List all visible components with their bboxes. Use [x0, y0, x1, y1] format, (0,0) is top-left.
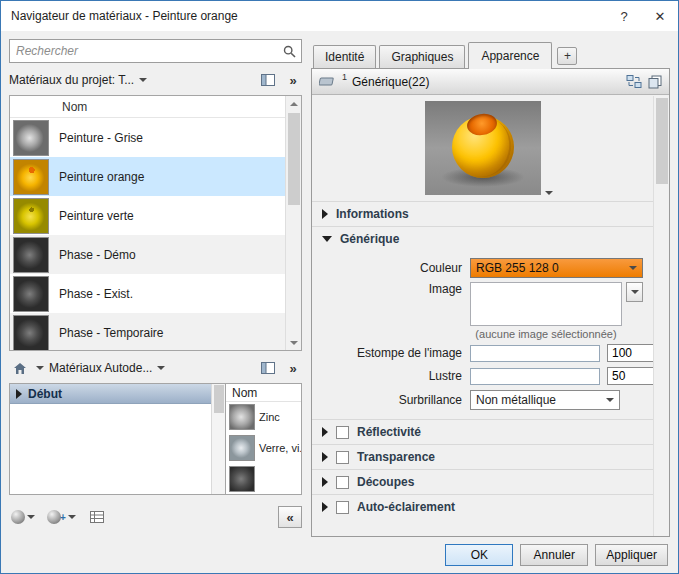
material-thumbnail-icon	[13, 159, 49, 195]
library-material-list: Nom Zinc Verre, vi...	[225, 384, 301, 494]
scroll-up-icon[interactable]	[286, 96, 301, 111]
scrollbar-thumb[interactable]	[214, 385, 224, 413]
scrollbar-thumb[interactable]	[656, 98, 668, 184]
add-tab-button[interactable]: +	[557, 47, 577, 65]
material-sphere-icon	[47, 510, 61, 524]
tree-scrollbar[interactable]	[211, 384, 225, 494]
ok-button[interactable]: OK	[445, 544, 513, 566]
project-materials-dropdown[interactable]: Matériaux du projet: T...	[9, 73, 134, 87]
replace-asset-icon[interactable]	[626, 74, 642, 89]
surbrillance-value: Non métallique	[476, 393, 602, 407]
chevron-down-icon[interactable]	[157, 366, 165, 370]
section-informations[interactable]: Informations	[312, 201, 653, 226]
chevron-down-icon[interactable]	[139, 78, 147, 82]
panel-view-toggle-button[interactable]	[257, 70, 279, 90]
add-material-button[interactable]: +	[45, 508, 78, 526]
material-row-selected[interactable]: Peinture orange	[10, 157, 285, 196]
tab-apparence[interactable]: Apparence	[468, 42, 552, 69]
panel-view-toggle-button[interactable]	[257, 358, 279, 378]
plus-icon: +	[60, 512, 66, 523]
collapse-panel-button[interactable]: «	[278, 506, 302, 528]
material-row[interactable]: Peinture verte	[10, 196, 285, 235]
editor-pane: Identité Graphiques Apparence + 1 Généri…	[311, 41, 670, 537]
reflectivite-checkbox[interactable]	[336, 426, 349, 439]
material-row[interactable]: Phase - Démo	[10, 235, 285, 274]
material-thumbnail-icon	[13, 315, 49, 351]
apply-button[interactable]: Appliquer	[595, 544, 668, 566]
asset-header-bar: 1 Générique(22)	[312, 69, 669, 95]
material-row[interactable]: Peinture - Grise	[10, 118, 285, 157]
appearance-scrollbar[interactable]	[653, 96, 669, 536]
expand-arrow-icon[interactable]	[322, 452, 328, 462]
cancel-button[interactable]: Annuler	[520, 544, 588, 566]
couleur-swatch-button[interactable]: RGB 255 128 0	[470, 258, 643, 278]
chevron-down-icon[interactable]	[629, 266, 637, 270]
home-icon	[13, 362, 27, 375]
estompe-slider[interactable]	[470, 345, 600, 362]
chevron-down-icon[interactable]	[36, 366, 44, 370]
dialog-footer: OK Annuler Appliquer	[1, 537, 678, 573]
browser-pane: Matériaux du projet: T... » Nom Peinture…	[9, 39, 302, 537]
scrollbar-thumb[interactable]	[288, 113, 300, 205]
material-list-scrollbar[interactable]	[285, 96, 301, 350]
expand-panel-button[interactable]: »	[284, 70, 302, 90]
help-button[interactable]: ?	[606, 1, 642, 31]
expand-arrow-icon[interactable]	[322, 477, 328, 487]
section-decoupes[interactable]: Découpes	[312, 469, 653, 494]
library-material-row[interactable]: Verre, vi...	[226, 433, 301, 464]
auto-eclairement-checkbox[interactable]	[336, 501, 349, 514]
expand-arrow-icon[interactable]	[322, 427, 328, 437]
library-material-row[interactable]: Zinc	[226, 402, 301, 433]
image-slot-button[interactable]	[470, 282, 622, 326]
expand-panel-button[interactable]: »	[284, 358, 302, 378]
expand-arrow-icon[interactable]	[322, 209, 328, 219]
close-button[interactable]: ✕	[642, 1, 678, 31]
couleur-label: Couleur	[312, 261, 462, 275]
decoupes-checkbox[interactable]	[336, 476, 349, 489]
open-asset-browser-button[interactable]	[86, 507, 108, 527]
section-generique[interactable]: Générique	[312, 226, 653, 251]
surbrillance-select[interactable]: Non métallique	[470, 390, 620, 410]
library-panel: Début Nom Zinc Verre, vi.	[9, 383, 302, 495]
generique-form: Couleur RGB 255 128 0 Image (aucune imag…	[312, 251, 653, 419]
collapse-arrow-icon[interactable]	[322, 236, 332, 242]
material-browser-dialog: Navigateur de matériaux - Peinture orang…	[0, 0, 679, 574]
surbrillance-label: Surbrillance	[312, 393, 462, 407]
duplicate-asset-icon[interactable]	[648, 75, 662, 89]
estompe-label: Estompe de l'image	[312, 346, 462, 360]
transparence-checkbox[interactable]	[336, 451, 349, 464]
tab-identite[interactable]: Identité	[313, 45, 376, 68]
asset-icon	[319, 75, 337, 88]
list-column-header[interactable]: Nom	[226, 384, 301, 402]
split-panel-icon	[261, 362, 275, 374]
tab-graphiques[interactable]: Graphiques	[379, 45, 465, 68]
image-label: Image	[312, 282, 462, 296]
lustre-slider[interactable]	[470, 368, 600, 385]
search-box	[9, 39, 302, 63]
titlebar[interactable]: Navigateur de matériaux - Peinture orang…	[1, 1, 678, 31]
section-transparence[interactable]: Transparence	[312, 444, 653, 469]
search-icon[interactable]	[277, 45, 301, 58]
search-input[interactable]	[10, 41, 277, 61]
dialog-body: Matériaux du projet: T... » Nom Peinture…	[1, 31, 678, 537]
list-view-icon	[90, 511, 104, 523]
asset-usage-count: 1	[342, 72, 347, 82]
section-reflectivite[interactable]: Réflectivité	[312, 419, 653, 444]
library-dropdown[interactable]: Matériaux Autode...	[49, 361, 152, 375]
tree-node-root[interactable]: Début	[10, 384, 211, 404]
preview-options-dropdown-icon[interactable]	[545, 191, 553, 195]
image-options-button[interactable]	[626, 282, 643, 302]
image-caption: (aucune image sélectionnée)	[470, 328, 622, 340]
list-column-header[interactable]: Nom	[10, 96, 285, 118]
material-row[interactable]: Phase - Exist.	[10, 274, 285, 313]
home-button[interactable]	[9, 358, 31, 378]
scroll-down-icon[interactable]	[286, 335, 301, 350]
section-auto-eclairement[interactable]: Auto-éclairement	[312, 494, 653, 519]
library-material-row[interactable]	[226, 463, 301, 494]
expand-arrow-icon[interactable]	[16, 389, 22, 399]
create-material-button[interactable]	[9, 508, 37, 526]
material-preview-image[interactable]	[425, 101, 541, 195]
material-row[interactable]: Phase - Temporaire	[10, 313, 285, 351]
library-bar: Matériaux Autode... »	[9, 357, 302, 379]
expand-arrow-icon[interactable]	[322, 502, 328, 512]
